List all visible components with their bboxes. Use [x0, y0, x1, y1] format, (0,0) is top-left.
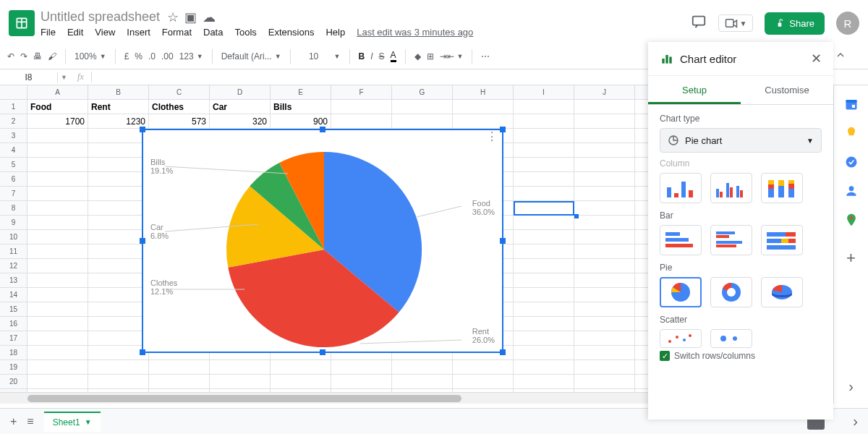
thumb-scatter[interactable] [660, 329, 702, 348]
menu-edit[interactable]: Edit [67, 27, 83, 38]
cell[interactable] [514, 187, 574, 200]
cell[interactable] [514, 375, 574, 388]
cell[interactable] [27, 317, 88, 331]
row-header[interactable]: 13 [0, 273, 27, 287]
row-header[interactable]: 17 [0, 331, 27, 345]
cell[interactable] [210, 375, 271, 388]
column-header[interactable]: D [210, 85, 271, 99]
cell[interactable]: 320 [210, 114, 271, 128]
column-header[interactable]: H [453, 85, 514, 99]
resize-handle[interactable] [320, 349, 326, 355]
undo-icon[interactable]: ↶ [7, 51, 14, 61]
resize-handle[interactable] [500, 349, 506, 355]
account-avatar[interactable]: R [836, 12, 859, 35]
cell[interactable] [514, 273, 574, 287]
cell[interactable] [514, 346, 574, 359]
thumb-bar[interactable] [660, 225, 702, 255]
thumb-column-grouped[interactable] [710, 173, 752, 203]
cell[interactable] [574, 129, 635, 142]
cell[interactable] [574, 346, 635, 359]
tab-setup[interactable]: Setup [648, 76, 741, 104]
cell[interactable] [88, 259, 149, 273]
cell[interactable] [453, 360, 514, 374]
add-sheet-button[interactable]: + [10, 415, 17, 428]
chevron-down-icon[interactable]: ▼ [85, 418, 92, 426]
hide-rail-icon[interactable]: › [848, 378, 854, 395]
cell[interactable] [88, 172, 149, 186]
menu-format[interactable]: Format [162, 27, 192, 38]
cell[interactable] [27, 259, 88, 273]
embedded-chart[interactable]: ⋮ [142, 129, 503, 353]
cell[interactable] [88, 201, 149, 215]
italic-button[interactable]: I [370, 51, 373, 61]
row-header[interactable]: 6 [0, 172, 27, 186]
cell[interactable] [27, 201, 88, 215]
cell[interactable] [514, 244, 574, 258]
cell[interactable]: Food [27, 100, 88, 114]
cell[interactable] [574, 317, 635, 331]
cell[interactable] [453, 100, 514, 114]
cell[interactable] [27, 346, 88, 359]
resize-handle[interactable] [500, 127, 506, 132]
row-header[interactable]: 9 [0, 216, 27, 229]
strike-button[interactable]: S [379, 51, 385, 61]
cell[interactable] [27, 331, 88, 345]
contacts-icon[interactable] [844, 184, 859, 198]
zoom-select[interactable]: 100% ▼ [75, 51, 106, 61]
row-header[interactable]: 19 [0, 360, 27, 374]
cell[interactable] [514, 230, 574, 244]
cell[interactable] [514, 360, 574, 374]
row-header[interactable]: 4 [0, 143, 27, 157]
cell[interactable] [514, 302, 574, 316]
cell[interactable] [574, 216, 635, 229]
cell[interactable] [27, 302, 88, 316]
menu-help[interactable]: Help [326, 27, 345, 38]
menu-file[interactable]: File [41, 27, 56, 38]
text-color-button[interactable]: A [391, 50, 396, 62]
sheets-logo[interactable] [9, 10, 35, 36]
cell[interactable] [88, 187, 149, 200]
row-header[interactable]: 10 [0, 230, 27, 244]
menu-insert[interactable]: Insert [127, 27, 150, 38]
calendar-icon[interactable] [844, 97, 859, 111]
cell[interactable] [271, 360, 331, 374]
cell[interactable] [574, 244, 635, 258]
thumb-donut[interactable] [710, 277, 752, 307]
cell[interactable] [88, 143, 149, 157]
namebox-dropdown-icon[interactable]: ▼ [58, 74, 70, 81]
cell[interactable] [514, 172, 574, 186]
redo-icon[interactable]: ↷ [20, 51, 27, 61]
resize-handle[interactable] [140, 349, 145, 355]
row-header[interactable]: 15 [0, 302, 27, 316]
collapse-toolbar-icon[interactable] [835, 49, 846, 63]
cell[interactable] [88, 216, 149, 229]
cell[interactable] [574, 114, 635, 128]
chart-type-select[interactable]: Pie chart ▼ [660, 128, 822, 153]
cell[interactable] [27, 158, 88, 171]
cell[interactable] [331, 360, 392, 374]
cell[interactable] [574, 230, 635, 244]
cell[interactable] [27, 172, 88, 186]
decrease-decimal-button[interactable]: .0 [148, 51, 156, 61]
cell[interactable] [88, 302, 149, 316]
cell[interactable] [574, 302, 635, 316]
tab-customise[interactable]: Customise [741, 76, 833, 104]
row-header[interactable]: 2 [0, 114, 27, 128]
cell[interactable]: Bills [271, 100, 331, 114]
cell[interactable] [514, 114, 574, 128]
cell[interactable] [88, 375, 149, 388]
cell[interactable]: 1700 [27, 114, 88, 128]
tasks-icon[interactable] [844, 155, 859, 169]
print-icon[interactable]: 🖶 [33, 51, 42, 61]
percent-button[interactable]: % [135, 51, 142, 61]
row-header[interactable]: 20 [0, 375, 27, 388]
close-icon[interactable]: ✕ [811, 51, 822, 67]
star-icon[interactable]: ☆ [167, 9, 179, 25]
cell[interactable] [210, 360, 271, 374]
resize-handle[interactable] [140, 238, 145, 244]
cell[interactable] [574, 273, 635, 287]
cell[interactable] [27, 273, 88, 287]
cell[interactable] [574, 288, 635, 302]
row-header[interactable]: 8 [0, 201, 27, 215]
cell[interactable] [27, 143, 88, 157]
